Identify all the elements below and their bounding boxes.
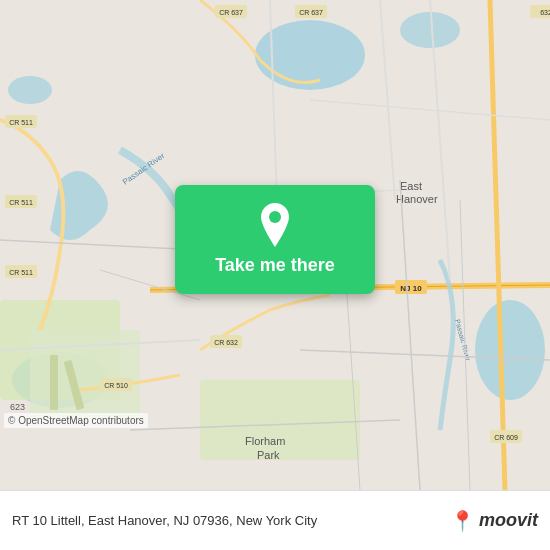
svg-point-5 xyxy=(8,76,52,104)
take-me-there-label: Take me there xyxy=(215,255,335,276)
svg-rect-9 xyxy=(50,355,58,410)
svg-text:CR 511: CR 511 xyxy=(9,119,33,126)
moovit-logo: 📍 moovit xyxy=(450,509,538,533)
moovit-brand-label: moovit xyxy=(479,510,538,531)
svg-text:CR 632: CR 632 xyxy=(214,339,238,346)
svg-point-54 xyxy=(269,211,281,223)
osm-credit: © OpenStreetMap contributors xyxy=(4,413,148,428)
svg-text:Hanover: Hanover xyxy=(396,193,438,205)
svg-text:CR 637: CR 637 xyxy=(219,9,243,16)
svg-text:CR 510: CR 510 xyxy=(104,382,128,389)
svg-text:NJ 10: NJ 10 xyxy=(400,284,422,293)
address-text: RT 10 Littell, East Hanover, NJ 07936, N… xyxy=(12,513,450,528)
take-me-there-button[interactable]: Take me there xyxy=(175,185,375,294)
moovit-pin-icon: 📍 xyxy=(450,509,475,533)
svg-text:632: 632 xyxy=(540,9,550,16)
svg-text:Park: Park xyxy=(257,449,280,461)
svg-text:Florham: Florham xyxy=(245,435,285,447)
svg-text:CR 511: CR 511 xyxy=(9,199,33,206)
svg-text:623: 623 xyxy=(10,402,25,412)
svg-rect-7 xyxy=(200,380,360,460)
svg-text:East: East xyxy=(400,180,422,192)
button-overlay: Take me there xyxy=(175,185,375,294)
svg-text:CR 637: CR 637 xyxy=(299,9,323,16)
svg-point-2 xyxy=(400,12,460,48)
location-pin-icon xyxy=(257,203,293,247)
map-container: NJ 10 CR 511 CR 511 CR 511 CR 637 CR 637… xyxy=(0,0,550,490)
svg-point-4 xyxy=(475,300,545,400)
svg-text:CR 609: CR 609 xyxy=(494,434,518,441)
bottom-bar: RT 10 Littell, East Hanover, NJ 07936, N… xyxy=(0,490,550,550)
svg-text:CR 511: CR 511 xyxy=(9,269,33,276)
